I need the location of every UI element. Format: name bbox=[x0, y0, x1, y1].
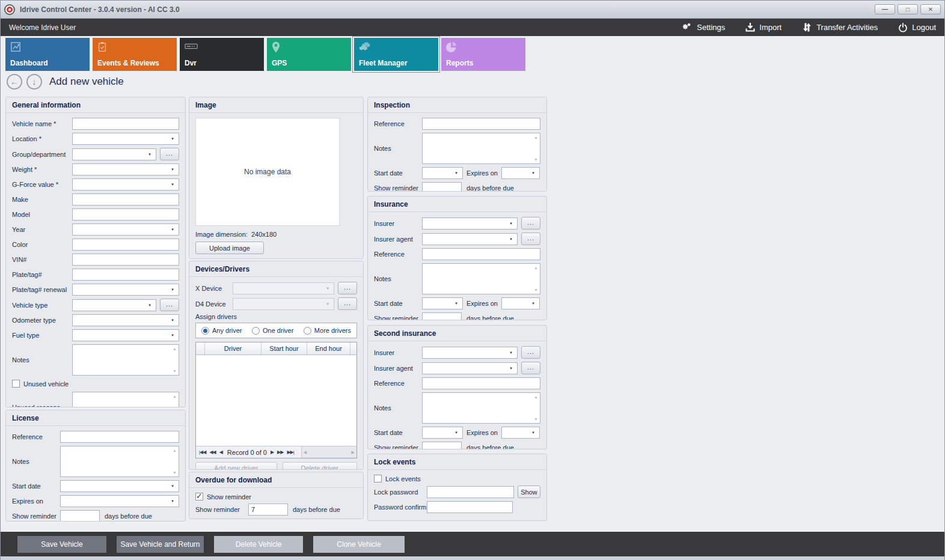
inspection-notes-textarea[interactable]: ▲▼ bbox=[422, 133, 540, 164]
plate-tag-renewal-select[interactable] bbox=[72, 284, 179, 296]
insurer-select[interactable] bbox=[422, 218, 518, 230]
insurance-reference-input[interactable] bbox=[422, 248, 540, 260]
unused-reasons-label: Unused reasons bbox=[12, 404, 72, 407]
radio-more-drivers[interactable]: More drivers bbox=[304, 327, 351, 335]
location-select[interactable] bbox=[72, 133, 179, 145]
prev-page-icon[interactable]: ◀◀ bbox=[209, 449, 215, 455]
weight-select[interactable] bbox=[72, 163, 179, 175]
down-arrow-button[interactable]: ↓ bbox=[26, 74, 42, 90]
delete-driver-button[interactable]: Delete driver bbox=[283, 462, 358, 470]
add-new-driver-button[interactable]: Add new driver bbox=[195, 462, 277, 470]
license-start-date-select[interactable] bbox=[60, 480, 179, 492]
tab-fleet-manager[interactable]: Fleet Manager bbox=[354, 38, 438, 71]
insurer-agent-select[interactable] bbox=[422, 233, 518, 245]
inspection-reference-input[interactable] bbox=[422, 118, 540, 130]
tab-dvr[interactable]: Dvr bbox=[180, 38, 264, 71]
next-page-icon[interactable]: ▶▶ bbox=[277, 449, 283, 455]
start-hour-column-header[interactable]: Start hour bbox=[261, 342, 307, 355]
scroll-right-icon[interactable]: ▶ bbox=[352, 450, 355, 455]
license-expires-on-select[interactable] bbox=[60, 495, 179, 507]
logout-button[interactable]: Logout bbox=[898, 23, 936, 32]
minimize-button[interactable]: — bbox=[875, 4, 895, 14]
maximize-button[interactable]: □ bbox=[898, 4, 918, 14]
second-insurer-select[interactable] bbox=[422, 347, 518, 359]
save-vehicle-button[interactable]: Save Vehicle bbox=[17, 536, 106, 553]
model-input[interactable] bbox=[72, 208, 179, 221]
clone-vehicle-button[interactable]: Clone Vehicle bbox=[313, 536, 405, 553]
inspection-expires-on-select[interactable] bbox=[501, 167, 540, 179]
group-department-browse-button[interactable]: ... bbox=[160, 148, 179, 160]
radio-one-driver[interactable]: One driver bbox=[252, 327, 293, 335]
tab-gps[interactable]: GPS bbox=[267, 38, 351, 71]
horizontal-scrollbar[interactable]: ◀ ▶ bbox=[301, 446, 356, 458]
insurer-agent-browse-button[interactable]: ... bbox=[521, 233, 540, 245]
upload-image-button[interactable]: Upload image bbox=[195, 242, 264, 254]
show-password-button[interactable]: Show bbox=[518, 485, 540, 498]
lock-events-checkbox[interactable] bbox=[374, 475, 382, 482]
password-confirm-input[interactable] bbox=[427, 501, 513, 513]
d4-device-select[interactable] bbox=[233, 298, 334, 310]
license-reference-input[interactable] bbox=[60, 431, 179, 443]
notes-textarea[interactable]: ▲▼ bbox=[72, 344, 179, 376]
second-insurance-notes-textarea[interactable]: ▲▼ bbox=[422, 392, 540, 424]
x-device-select[interactable] bbox=[233, 282, 334, 294]
tab-dashboard[interactable]: Dashboard bbox=[5, 38, 90, 71]
insurance-expires-on-select[interactable] bbox=[501, 297, 540, 309]
overdue-show-reminder-input[interactable] bbox=[248, 504, 288, 516]
driver-column-header[interactable]: Driver bbox=[205, 342, 261, 355]
insurance-notes-textarea[interactable]: ▲▼ bbox=[422, 263, 540, 294]
second-insurer-agent-browse-button[interactable]: ... bbox=[521, 362, 540, 374]
unused-reasons-textarea[interactable]: ▲▼ bbox=[72, 392, 179, 407]
first-record-icon[interactable]: |◀◀ bbox=[199, 449, 206, 455]
next-record-icon[interactable]: ▶ bbox=[271, 449, 274, 455]
inspection-show-reminder-input[interactable] bbox=[422, 182, 462, 192]
color-input[interactable] bbox=[72, 239, 179, 251]
transfer-activities-button[interactable]: Transfer Activities bbox=[802, 22, 878, 32]
back-arrow-button[interactable]: ← bbox=[7, 74, 22, 90]
insurer-browse-button[interactable]: ... bbox=[521, 217, 540, 230]
page-header: ← ↓ Add new vehicle bbox=[7, 74, 124, 90]
settings-button[interactable]: Settings bbox=[680, 22, 725, 33]
insurance-start-date-select[interactable] bbox=[422, 297, 463, 309]
vehicle-image-preview: No image data bbox=[195, 118, 340, 226]
plate-tag-input[interactable] bbox=[72, 269, 179, 281]
close-button[interactable]: ✕ bbox=[920, 4, 941, 14]
second-insurer-browse-button[interactable]: ... bbox=[521, 346, 540, 359]
vehicle-name-input[interactable] bbox=[72, 118, 179, 130]
odometer-type-select[interactable] bbox=[72, 314, 179, 326]
delete-vehicle-button[interactable]: Delete Vehicle bbox=[214, 536, 303, 553]
group-department-select[interactable] bbox=[72, 148, 156, 160]
radio-any-driver[interactable]: Any driver bbox=[201, 327, 242, 335]
fuel-type-select[interactable] bbox=[72, 329, 179, 341]
end-hour-column-header[interactable]: End hour bbox=[307, 342, 350, 355]
second-insurance-show-reminder-input[interactable] bbox=[422, 442, 462, 449]
second-insurance-start-date-select[interactable] bbox=[422, 427, 463, 439]
license-show-reminder-input[interactable] bbox=[60, 510, 100, 522]
vehicle-type-select[interactable] bbox=[72, 299, 156, 311]
year-select[interactable] bbox=[72, 224, 179, 236]
g-force-select[interactable] bbox=[72, 178, 179, 190]
tab-events-reviews[interactable]: Events & Reviews bbox=[93, 38, 177, 71]
drivers-table-header: Driver Start hour End hour bbox=[196, 342, 356, 355]
last-record-icon[interactable]: ▶▶| bbox=[287, 449, 293, 455]
lock-password-input[interactable] bbox=[427, 486, 514, 498]
save-vehicle-and-return-button[interactable]: Save Vehicle and Return bbox=[117, 536, 204, 553]
second-insurer-agent-select[interactable] bbox=[422, 362, 518, 374]
second-insurance-reference-input[interactable] bbox=[422, 377, 540, 389]
prev-record-icon[interactable]: ◀ bbox=[219, 449, 222, 455]
license-notes-textarea[interactable]: ▲▼ bbox=[60, 446, 179, 477]
second-insurance-expires-on-select[interactable] bbox=[501, 427, 540, 439]
make-input[interactable] bbox=[72, 193, 179, 205]
unused-vehicle-checkbox[interactable] bbox=[12, 380, 20, 388]
x-device-browse-button[interactable]: ... bbox=[338, 282, 357, 294]
tab-reports[interactable]: Reports bbox=[441, 38, 525, 71]
insurance-show-reminder-input[interactable] bbox=[422, 312, 462, 320]
scroll-up-icon: ▲ bbox=[173, 347, 177, 351]
inspection-start-date-select[interactable] bbox=[422, 167, 463, 179]
show-reminder-checkbox[interactable] bbox=[195, 493, 203, 501]
vin-input[interactable] bbox=[72, 254, 179, 266]
scroll-left-icon[interactable]: ◀ bbox=[304, 450, 307, 455]
import-button[interactable]: Import bbox=[745, 22, 781, 32]
vehicle-type-browse-button[interactable]: ... bbox=[160, 299, 179, 311]
d4-device-browse-button[interactable]: ... bbox=[338, 297, 357, 310]
